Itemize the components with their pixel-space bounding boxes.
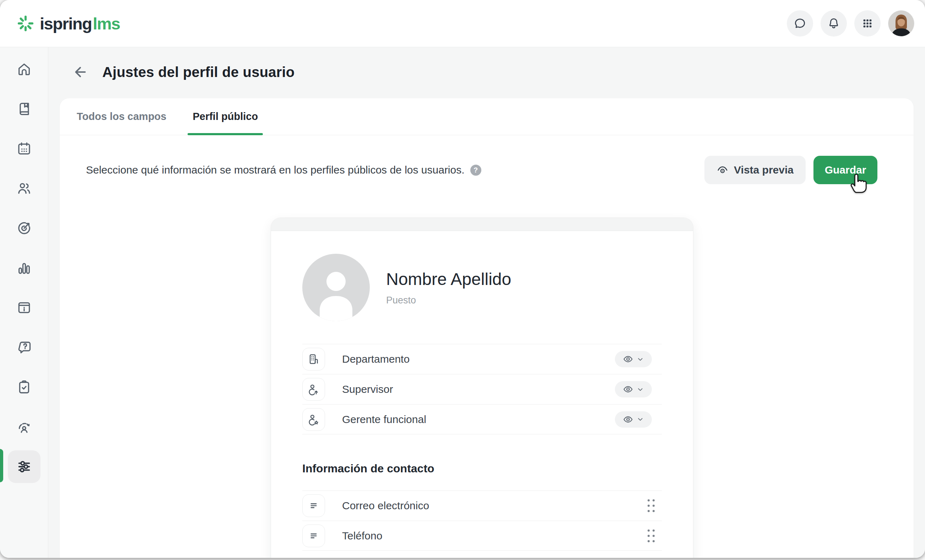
person-gauge-icon <box>17 419 32 435</box>
profile-preview-card: Nombre Apellido Puesto <box>271 218 693 558</box>
field-label: Departamento <box>342 353 410 365</box>
tab-bar: Todos los campos Perfil público <box>60 98 914 135</box>
eye-icon <box>623 384 633 395</box>
sidebar-item-newsfeed[interactable] <box>0 288 48 327</box>
contact-section-title: Información de contacto <box>302 461 662 476</box>
toolbar-row: Seleccione qué información se mostrará e… <box>86 156 877 184</box>
preview-button[interactable]: Vista previa <box>704 156 806 184</box>
field-row-email: Correo electrónico <box>302 491 662 521</box>
field-row-functional-manager: Gerente funcional <box>302 404 662 434</box>
ispring-logo-icon <box>17 14 35 33</box>
page-title: Ajustes del perfil de usuario <box>102 63 294 81</box>
screenshot-root: { "topbar": { "logo_text": "ispring", "l… <box>0 0 925 560</box>
save-button-label: Guardar <box>825 164 866 176</box>
profile-position: Puesto <box>386 295 511 306</box>
save-button[interactable]: Guardar <box>814 156 877 184</box>
avatar-placeholder <box>302 254 370 321</box>
person-silhouette-icon <box>302 254 370 321</box>
eye-preview-icon <box>717 164 729 176</box>
building-icon <box>302 348 325 371</box>
toolbar-actions: Vista previa Guardar <box>704 156 877 184</box>
description-text: Seleccione qué información se mostrará e… <box>86 163 465 177</box>
profile-header: Nombre Apellido Puesto <box>302 254 662 321</box>
back-button[interactable] <box>72 64 88 80</box>
app-window: ispringlms <box>0 0 925 558</box>
goal-target-icon <box>17 221 32 236</box>
person-arrow-up-icon <box>302 378 325 401</box>
logo-text-suffix: lms <box>93 14 120 33</box>
page-header: Ajustes del perfil de usuario <box>48 47 925 81</box>
sidebar-item-assignments[interactable] <box>0 367 48 407</box>
logo-text-main: ispring <box>40 14 92 33</box>
users-icon <box>17 181 32 196</box>
chat-icon <box>794 17 806 30</box>
visibility-dropdown-functional-manager[interactable] <box>615 411 652 428</box>
sidebar-item-help[interactable] <box>0 327 48 367</box>
avatar-photo-icon <box>889 11 914 36</box>
clipboard-check-icon <box>17 379 32 395</box>
logo[interactable]: ispringlms <box>17 14 120 33</box>
sidebar-item-users[interactable] <box>0 168 48 208</box>
visibility-dropdown-supervisor[interactable] <box>615 381 652 398</box>
bell-icon <box>827 17 840 30</box>
tab-all-fields[interactable]: Todos los campos <box>72 98 171 135</box>
info-board-icon <box>17 300 32 315</box>
preview-button-label: Vista previa <box>734 164 794 176</box>
eye-icon <box>623 414 633 425</box>
sidebar-item-goals[interactable] <box>0 208 48 248</box>
drag-handle[interactable] <box>645 497 657 514</box>
card-top-strip <box>271 218 693 231</box>
field-label: Gerente funcional <box>342 413 426 425</box>
user-avatar[interactable] <box>888 10 914 36</box>
description-block: Seleccione qué información se mostrará e… <box>86 163 481 177</box>
visibility-dropdown-department[interactable] <box>615 351 652 367</box>
chevron-down-icon <box>637 416 644 423</box>
help-icon[interactable]: ? <box>470 165 481 176</box>
main-content: Ajustes del perfil de usuario Todos los … <box>48 47 925 558</box>
sidebar-item-home[interactable] <box>0 50 48 89</box>
contact-fields-list: Correo electrónico Teléfono <box>302 491 662 551</box>
home-icon <box>17 62 32 77</box>
field-row-supervisor: Supervisor <box>302 374 662 404</box>
bar-chart-icon <box>17 260 32 276</box>
drag-handle[interactable] <box>645 527 657 544</box>
topbar-actions <box>787 10 914 36</box>
text-lines-icon <box>302 524 325 547</box>
field-label: Teléfono <box>342 530 382 542</box>
sidebar <box>0 47 48 558</box>
card-body: Nombre Apellido Puesto <box>271 254 693 551</box>
sidebar-item-calendar[interactable] <box>0 129 48 168</box>
field-row-department: Departamento <box>302 344 662 374</box>
logo-text: ispringlms <box>40 15 120 32</box>
settings-panel: Todos los campos Perfil público Seleccio… <box>60 98 914 558</box>
chevron-down-icon <box>637 356 644 363</box>
arrow-left-icon <box>72 64 88 80</box>
sidebar-item-settings[interactable] <box>0 447 48 486</box>
apps-button[interactable] <box>854 10 881 36</box>
profile-name: Nombre Apellido <box>386 269 511 289</box>
topbar: ispringlms <box>0 0 925 47</box>
field-label: Supervisor <box>342 383 393 395</box>
messages-button[interactable] <box>787 10 813 36</box>
sidebar-item-courses[interactable] <box>0 89 48 129</box>
apps-grid-icon <box>862 17 874 30</box>
notifications-button[interactable] <box>821 10 847 36</box>
chevron-down-icon <box>637 386 644 393</box>
calendar-icon <box>17 141 32 156</box>
field-row-phone: Teléfono <box>302 521 662 551</box>
eye-icon <box>623 354 633 365</box>
profile-identity: Nombre Apellido Puesto <box>386 269 511 306</box>
text-lines-icon <box>302 494 325 517</box>
sidebar-item-reviews[interactable] <box>0 407 48 447</box>
sliders-icon <box>16 458 32 475</box>
book-icon <box>17 101 32 117</box>
org-fields-list: Departamento <box>302 344 662 434</box>
question-bubble-icon <box>17 339 32 355</box>
tab-public-profile[interactable]: Perfil público <box>188 98 263 135</box>
sidebar-item-reports[interactable] <box>0 248 48 288</box>
sidebar-active-background <box>8 450 41 483</box>
person-star-icon <box>302 408 325 431</box>
field-label: Correo electrónico <box>342 500 429 512</box>
